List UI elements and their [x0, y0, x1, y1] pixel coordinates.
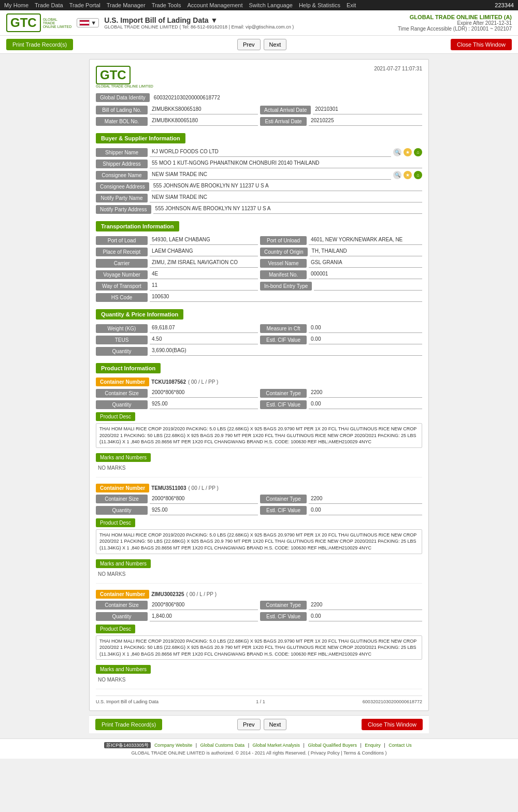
quantity-price-header: Quantity & Price Information [96, 309, 183, 320]
prev-button-top[interactable]: Prev [237, 39, 261, 50]
nav-my-home[interactable]: My Home [4, 2, 28, 8]
buyer-supplier-header: Buyer & Supplier Information [96, 133, 185, 143]
product-header: Product Information [96, 363, 161, 373]
footer-link-2[interactable]: Global Customs Data [200, 743, 245, 748]
place-receipt-value: LAEM CHABANG [150, 247, 258, 256]
nav-help-statistics[interactable]: Help & Statistics [299, 2, 340, 8]
doc-timestamp: 2021-07-27 11:07:31 [374, 66, 422, 71]
container-number-button-1[interactable]: Container Number [96, 378, 149, 386]
header-bar: GTC GLOBALTRADEONLINE LIMITED ▼ U.S. Imp… [0, 10, 518, 36]
shipper-address-label: Shipper Address [96, 160, 148, 168]
master-bol-label: Mater BOL No. [96, 117, 148, 126]
footer-link-5[interactable]: Enquiry [365, 743, 381, 748]
container-type-value-1: 2200 [309, 388, 422, 398]
consignee-name-label: Consignee Name [96, 171, 148, 180]
notify-address-value: 555 JOHNSON AVE BROOKLYN NY 11237 U S A [153, 205, 422, 214]
teus-label: TEUS [96, 336, 148, 344]
logo-subtitle: GLOBALTRADEONLINE LIMITED [43, 18, 72, 28]
footer-link-1[interactable]: Company Website [154, 743, 192, 748]
container-qty-row-1: Quantity 925.00 Estl. CIF Value 0.00 [96, 400, 422, 409]
footer-link-6[interactable]: Contact Us [388, 743, 412, 748]
transport-row: Way of Transport 11 In-bond Entry Type [96, 281, 422, 291]
consignee-name-value: NEW SIAM TRADE INC [150, 170, 391, 180]
footer-link-3[interactable]: Global Market Analysis [252, 743, 300, 748]
doc-logo-sub: GLOBAL TRADE ONLINE LIMITED [96, 84, 153, 88]
expire-info: Expire After 2021-12-31 [398, 20, 512, 26]
nav-exit[interactable]: Exit [347, 2, 356, 8]
manifest-value: 000001 [309, 270, 422, 279]
next-button-top[interactable]: Next [264, 39, 287, 50]
consignee-name-row: Consignee Name NEW SIAM TRADE INC 🔍 ★ ⌂ [96, 170, 422, 180]
marks-label-3: Marks and Numbers [96, 665, 151, 674]
flag-dropdown-icon: ▼ [91, 20, 96, 26]
time-range-info: Time Range Accessible (LDR) : 201001 ~ 2… [398, 26, 512, 32]
notify-address-label: Notify Party Address [96, 205, 151, 214]
site-footer: 苏ICP备14033305号 Company Website | Global … [0, 738, 518, 759]
consignee-search-icon[interactable]: 🔍 [393, 171, 401, 179]
company-contact: GLOBAL TRADE ONLINE LIMITED ( Tel: 86-51… [104, 24, 294, 30]
way-transport-label: Way of Transport [96, 282, 148, 291]
nav-trade-portal[interactable]: Trade Portal [69, 2, 100, 8]
product-desc-label-2: Product Desc [96, 518, 135, 527]
close-button-top[interactable]: Close This Window [451, 39, 512, 50]
hs-code-label: HS Code [96, 293, 148, 302]
container-number-button-2[interactable]: Container Number [96, 484, 149, 492]
nav-trade-tools[interactable]: Trade Tools [152, 2, 181, 8]
container-qty-label-2: Quantity [96, 506, 148, 515]
container-number-button-3[interactable]: Container Number [96, 590, 149, 599]
container-cif-value-3: 0.00 [309, 612, 422, 621]
close-button-bottom[interactable]: Close This Window [362, 719, 423, 730]
qty-row: Quantity 3,690.00(BAG) [96, 346, 422, 356]
actual-arrival-value: 20210301 [313, 105, 422, 114]
page-title: U.S. Import Bill of Lading Data ▼ [104, 16, 294, 24]
in-bond-label: In-bond Entry Type [260, 282, 312, 291]
print-button-bottom[interactable]: Print Trade Record(s) [95, 719, 162, 730]
nav-account-management[interactable]: Account Management [188, 2, 243, 8]
container-size-value-2: 2000*806*800 [150, 495, 258, 504]
container-qty-value-3: 1,840.00 [150, 612, 258, 621]
consignee-star-icon[interactable]: ★ [404, 171, 412, 179]
container-num-row-3: Container Number ZIMU3002325 ( 00 / L / … [96, 590, 422, 599]
shipper-name-value: KJ WORLD FOODS CO LTD [150, 148, 391, 157]
cif-value-value: 0.00 [309, 335, 422, 344]
print-button-top[interactable]: Print Trade Record(s) [6, 39, 73, 50]
shipper-name-row: Shipper Name KJ WORLD FOODS CO LTD 🔍 ★ ⌂ [96, 148, 422, 157]
teus-row: TEUS 4.50 Estl. CIF Value 0.00 [96, 335, 422, 344]
shipper-home-icon[interactable]: ⌂ [414, 148, 422, 156]
shipper-star-icon[interactable]: ★ [404, 148, 412, 156]
container-qty-label-1: Quantity [96, 400, 148, 409]
container-type-label-3: Container Type [260, 601, 307, 610]
shipper-name-label: Shipper Name [96, 148, 148, 157]
next-button-bottom[interactable]: Next [264, 719, 287, 730]
nav-switch-language[interactable]: Switch Language [249, 2, 293, 8]
container-number-2: TEMU3511003 [151, 485, 186, 491]
doc-footer-record-id: 60032021030200000618772 [363, 699, 422, 704]
hs-code-row: HS Code 100630 [96, 293, 422, 302]
measure-value: 0.00 [309, 324, 422, 333]
footer-link-4[interactable]: Global Qualified Buyers [308, 743, 357, 748]
container-qty-value-1: 925.00 [150, 400, 258, 409]
doc-header: GTC GLOBAL TRADE ONLINE LIMITED 2021-07-… [96, 66, 422, 88]
consignee-home-icon[interactable]: ⌂ [414, 171, 422, 179]
weight-label: Weight (KG) [96, 324, 148, 333]
consignee-address-value: 555 JOHNSON AVE BROOKLYN NY 11237 U S A [151, 182, 422, 191]
container-number-1: TCKU1087562 [151, 379, 186, 385]
esti-arrival-value: 20210225 [309, 117, 422, 126]
place-receipt-label: Place of Receipt [96, 248, 148, 256]
company-name: GLOBAL TRADE ONLINE LIMITED (A) [398, 14, 512, 20]
prev-button-bottom[interactable]: Prev [237, 719, 261, 730]
vessel-name-label: Vessel Name [260, 259, 307, 268]
bol-row: Bill of Lading No. ZIMUBKKS80065180 Actu… [96, 105, 422, 114]
consignee-address-row: Consignee Address 555 JOHNSON AVE BROOKL… [96, 182, 422, 191]
shipper-search-icon[interactable]: 🔍 [393, 148, 401, 156]
container-block-2: Container Number TEMU3511003 ( 00 / L / … [96, 484, 422, 584]
container-size-value-1: 2000*806*800 [150, 388, 258, 398]
language-flag-button[interactable]: ▼ [77, 18, 99, 27]
marks-value-3: NO MARKS [96, 676, 422, 684]
shipper-address-value: 55 MOO 1 KUT-NGONG PHANATNIKOM CHONBURI … [150, 159, 422, 168]
container-qty-value-2: 925.00 [150, 506, 258, 515]
nav-trade-data[interactable]: Trade Data [35, 2, 63, 8]
global-identity-label: Global Data Identity [96, 93, 150, 102]
user-id: 223344 [495, 2, 514, 8]
nav-trade-manager[interactable]: Trade Manager [107, 2, 146, 8]
